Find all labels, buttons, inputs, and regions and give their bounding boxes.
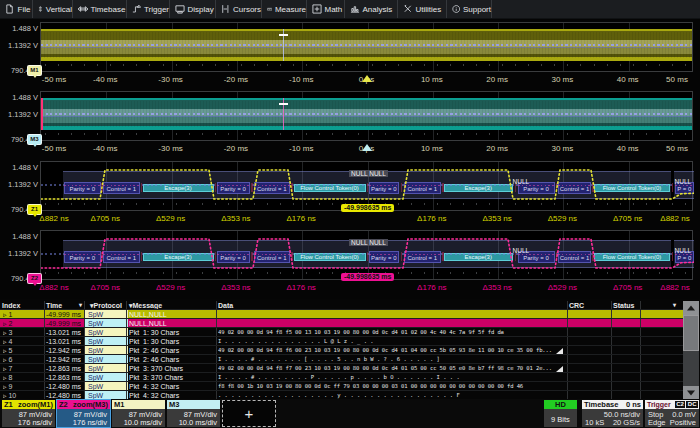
minor-tick — [345, 64, 346, 66]
minor-tick — [267, 203, 268, 205]
menu-item-support[interactable]: Support — [447, 0, 492, 18]
decode-field[interactable]: Parity = 0 — [64, 182, 101, 194]
decode-field[interactable]: Parity = 0 — [217, 182, 250, 194]
minor-tick — [594, 64, 595, 66]
field-separator — [141, 183, 143, 192]
descriptor-hscale: 176 ns/div — [73, 418, 107, 427]
decode-field[interactable]: Control = 1 — [404, 251, 442, 263]
menu-item-measure[interactable]: Measure — [262, 0, 307, 18]
decode-field[interactable]: Control = 1 — [558, 182, 591, 194]
row-separator — [0, 354, 683, 355]
decode-field[interactable]: Control = 1 — [404, 182, 442, 194]
minor-tick — [136, 203, 137, 205]
minor-tick — [267, 64, 268, 66]
minor-tick — [620, 272, 621, 274]
strobe-dots — [404, 254, 442, 255]
menu-item-math[interactable]: Math — [307, 0, 345, 18]
time-axis-label: -50 ms — [42, 144, 66, 153]
delta-time-label: Δ529 ns — [548, 283, 577, 292]
descriptor-title: zoom(M3) — [73, 400, 108, 409]
scroll-up-button[interactable] — [683, 301, 699, 315]
timebase-box[interactable]: Timebase0 ns50.0 ns/div10 kS20 GS/s — [582, 400, 643, 427]
minor-tick — [306, 64, 307, 66]
scroll-up-arrow — [687, 306, 695, 311]
time-axis-label: -40 ms — [93, 144, 117, 153]
decode-field[interactable]: Control = 1 — [254, 251, 291, 263]
field-separator — [592, 183, 594, 192]
table-scrollbar[interactable] — [683, 301, 699, 400]
trigger-box[interactable]: TriggerC2DCStop0.0 mVEdgePositive — [645, 400, 699, 427]
descriptor-hscale: 176 ns/div — [18, 418, 52, 427]
menu-item-cursors[interactable]: Cursors — [216, 0, 262, 18]
decode-field[interactable]: Parity = 0 — [369, 182, 400, 194]
horizontal-arrows-icon — [78, 4, 88, 14]
time-axis-label: 50 ms — [666, 75, 688, 84]
strobe-dots — [518, 185, 555, 186]
row-separator — [0, 318, 683, 319]
delta-time-label: Δ176 ns — [417, 214, 446, 223]
decode-field[interactable]: Parity = 0 — [64, 251, 101, 263]
channel-badge-M3[interactable]: M3 — [27, 134, 42, 145]
strobe-dots — [254, 185, 291, 186]
minor-tick — [476, 272, 477, 274]
menu-item-label: Support — [463, 5, 491, 14]
trigger-slope: Positive — [670, 418, 696, 427]
channel-badge-Z1[interactable]: Z1 — [27, 204, 42, 215]
menu-item-file[interactable]: File — [0, 0, 33, 18]
decode-field[interactable]: Control = 1 — [103, 182, 140, 194]
zoom-time-readout: -49.998635 ms — [341, 273, 394, 281]
descriptor-Z1[interactable]: Z1zoom(M1)87 mV/div176 ns/div — [2, 400, 55, 427]
minor-tick — [502, 272, 503, 274]
minor-tick — [646, 203, 647, 205]
analysis-icon — [350, 4, 360, 14]
minor-tick — [58, 272, 59, 274]
decode-field[interactable]: Parity = 0 — [369, 251, 400, 263]
timebase-rate: 20 GS/s — [613, 418, 640, 427]
scroll-down-button[interactable] — [683, 386, 699, 400]
descriptor-Z2[interactable]: Z2zoom(M3)87 mV/div176 ns/div — [57, 400, 110, 427]
decode-field[interactable]: Parity = 0 — [217, 251, 250, 263]
descriptor-M1[interactable]: M187 mV/div10.0 ms/div — [112, 400, 165, 427]
minor-tick — [385, 133, 386, 135]
descriptor-name: M3 — [169, 400, 179, 409]
channel-badge-M1[interactable]: M1 — [27, 65, 42, 76]
time-axis-label: -10 ms — [289, 75, 313, 84]
scroll-thumb[interactable] — [683, 315, 699, 351]
strobe-dots — [254, 254, 291, 255]
strobe-dots — [217, 185, 250, 186]
minor-tick — [437, 272, 438, 274]
menu-bar: FileVerticalTimebaseTriggerDisplayCursor… — [0, 0, 700, 19]
descriptor-M3[interactable]: M387 mV/div10.0 ms/div — [167, 400, 220, 427]
descriptor-bar: Z1zoom(M1)87 mV/div176 ns/divZ2zoom(M3)8… — [0, 399, 700, 428]
minor-tick — [280, 133, 281, 135]
minor-tick — [58, 203, 59, 205]
frame-label: NULL NULL — [349, 239, 388, 246]
menu-item-analysis[interactable]: Analysis — [345, 0, 398, 18]
menu-item-display[interactable]: Display — [170, 0, 216, 18]
trigger-title: Trigger — [647, 401, 671, 408]
field-separator — [401, 183, 403, 192]
decode-field[interactable]: Control = 1 — [254, 182, 291, 194]
decode-field[interactable]: Control = 1 — [558, 251, 591, 263]
minor-tick — [202, 203, 203, 205]
minor-tick — [71, 272, 72, 274]
menu-item-utilities[interactable]: Utilities — [398, 0, 447, 18]
field-separator — [401, 252, 403, 261]
menu-item-timebase[interactable]: Timebase — [73, 0, 127, 18]
minor-tick — [372, 64, 373, 66]
delta-time-label: Δ705 ns — [613, 283, 642, 292]
zoom-time-readout: -49.998635 ms — [341, 204, 394, 212]
minor-tick — [450, 133, 451, 135]
strobe-dots — [518, 254, 555, 255]
time-axis-label: -30 ms — [158, 144, 182, 153]
minor-tick — [189, 272, 190, 274]
minor-tick — [306, 272, 307, 274]
minor-tick — [489, 133, 490, 135]
add-trace-button[interactable]: + — [222, 400, 276, 427]
menu-item-vertical[interactable]: Vertical — [33, 0, 73, 18]
menu-item-trigger[interactable]: Trigger — [127, 0, 170, 18]
minor-tick — [202, 64, 203, 66]
channel-badge-Z2[interactable]: Z2 — [27, 273, 42, 284]
menu-item-label: Timebase — [91, 5, 126, 14]
decode-field[interactable]: Control = 1 — [103, 251, 140, 263]
